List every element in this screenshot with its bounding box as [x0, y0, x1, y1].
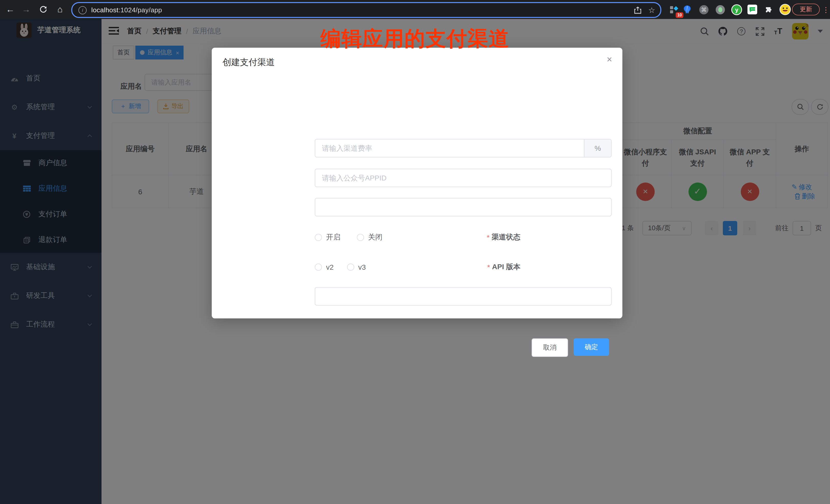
extension-command-icon[interactable]: ⌘	[697, 3, 710, 16]
field-merchant-id: *商户号	[212, 198, 622, 216]
browser-back-icon[interactable]: ←	[4, 0, 17, 19]
cancel-button[interactable]: 取消	[532, 338, 568, 357]
svg-text:y: y	[735, 6, 738, 13]
radio-circle-icon	[347, 263, 354, 271]
radio-circle-icon	[315, 263, 322, 271]
field-mp-appid: *公众号APPID	[212, 169, 622, 187]
field-remark: 备注	[212, 287, 622, 306]
share-icon[interactable]	[634, 6, 641, 14]
api-v2-radio[interactable]: v2	[315, 263, 334, 271]
extension-y-icon[interactable]: y	[730, 3, 743, 16]
extensions-puzzle-icon[interactable]	[762, 3, 775, 16]
status-open-radio[interactable]: 开启	[315, 233, 341, 242]
radio-circle-icon	[357, 234, 364, 241]
mp-appid-input[interactable]	[315, 169, 612, 187]
screen: ← → ⌂ i localhost:1024/pay/app ☆ 10 ⌘	[0, 0, 830, 504]
browser-menu-icon[interactable]: ⋮	[822, 0, 829, 19]
extension-balloon-icon[interactable]	[681, 3, 694, 16]
annotation-text: 编辑应用的支付渠道	[320, 25, 510, 53]
dialog-title: 创建支付渠道	[223, 56, 275, 68]
browser-home-icon[interactable]: ⌂	[53, 0, 67, 19]
svg-text:⌘: ⌘	[701, 6, 706, 13]
bookmark-star-icon[interactable]: ☆	[648, 5, 655, 14]
status-closed-radio[interactable]: 关闭	[357, 233, 382, 242]
field-channel-rate: *渠道费率 %	[212, 139, 622, 157]
api-v3-radio[interactable]: v3	[347, 263, 366, 271]
create-pay-channel-dialog: 创建支付渠道 × *渠道费率 % *公众号APPID *商户号	[212, 48, 622, 318]
extension-recorder-icon[interactable]	[714, 3, 727, 16]
dialog-footer: 取消 确定	[532, 338, 609, 357]
browser-profile-avatar[interactable]	[779, 3, 792, 16]
browser-toolbar: ← → ⌂ i localhost:1024/pay/app ☆ 10 ⌘	[0, 0, 830, 19]
url-text: localhost:1024/pay/app	[91, 6, 162, 14]
address-bar[interactable]: i localhost:1024/pay/app ☆	[71, 2, 661, 18]
extension-tabs-icon[interactable]: 10	[668, 3, 680, 16]
remark-input[interactable]	[315, 287, 612, 306]
browser-reload-icon[interactable]	[36, 0, 50, 19]
extension-chat-icon[interactable]	[746, 3, 759, 16]
channel-rate-input[interactable]	[315, 139, 584, 157]
field-channel-status: *渠道状态 开启 关闭	[212, 228, 622, 247]
dialog-close-icon[interactable]: ×	[607, 55, 612, 64]
merchant-id-input[interactable]	[315, 198, 612, 216]
confirm-button[interactable]: 确定	[574, 338, 609, 356]
browser-update-button[interactable]: 更新	[792, 4, 820, 15]
browser-forward-icon[interactable]: →	[20, 0, 33, 19]
site-info-icon[interactable]: i	[78, 6, 87, 14]
percent-suffix: %	[584, 139, 611, 157]
field-api-version: *API 版本 v2 v3	[212, 258, 622, 276]
radio-circle-icon	[315, 234, 322, 241]
